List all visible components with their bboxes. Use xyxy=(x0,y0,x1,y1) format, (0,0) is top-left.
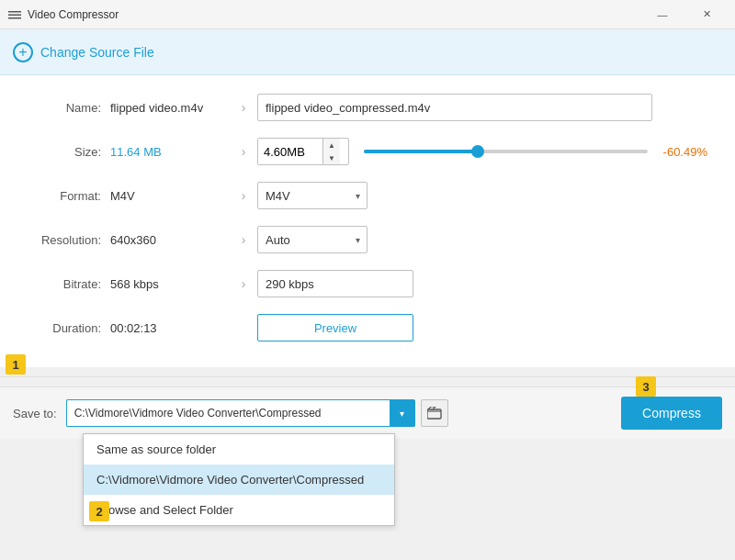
resolution-arrow-icon: › xyxy=(230,232,257,247)
spinner-buttons: ▲ ▼ xyxy=(322,139,340,164)
main-content: Name: flipped video.m4v › Size: 11.64 MB… xyxy=(0,75,735,367)
name-label: Name: xyxy=(28,101,101,115)
format-control-area: M4V MP4 MOV AVI ▾ xyxy=(257,182,707,209)
title-bar: Video Compressor — ✕ xyxy=(0,0,735,29)
duration-control-area: Preview xyxy=(257,314,707,342)
duration-label: Duration: xyxy=(28,321,101,335)
badge-1: 1 xyxy=(6,354,26,375)
resolution-source-value: 640x360 xyxy=(110,233,230,247)
size-control-area: ▲ ▼ -60.49% xyxy=(257,138,707,165)
dropdown-item-browse[interactable]: Browse and Select Folder xyxy=(84,495,394,525)
window-controls: — ✕ xyxy=(641,0,728,29)
compress-button[interactable]: Compress xyxy=(621,397,722,430)
save-path-dropdown-menu: Same as source folder C:\Vidmore\Vidmore… xyxy=(83,433,395,526)
svg-rect-1 xyxy=(8,14,21,16)
size-row: Size: 11.64 MB › ▲ ▼ -60.49% xyxy=(28,138,707,165)
dropdown-item-same-source[interactable]: Same as source folder xyxy=(84,434,394,465)
format-row: Format: M4V › M4V MP4 MOV AVI ▾ xyxy=(28,182,707,209)
size-percent: -60.49% xyxy=(657,145,707,159)
bitrate-arrow-icon: › xyxy=(230,276,257,291)
bitrate-source-value: 568 kbps xyxy=(110,277,230,291)
plus-icon: + xyxy=(13,42,33,62)
bitrate-control-area xyxy=(257,270,707,297)
size-slider-thumb[interactable] xyxy=(471,145,484,158)
resolution-select-wrap: Auto 1080p 720p 480p 360p ▾ xyxy=(257,226,368,253)
size-spinner[interactable]: ▲ ▼ xyxy=(257,138,349,165)
resolution-select[interactable]: Auto 1080p 720p 480p 360p xyxy=(257,226,368,253)
badge-2: 2 xyxy=(89,501,109,521)
resolution-label: Resolution: xyxy=(28,233,101,247)
format-arrow-icon: › xyxy=(230,188,257,203)
size-input[interactable] xyxy=(258,139,322,164)
folder-button[interactable] xyxy=(421,399,448,427)
format-label: Format: xyxy=(28,189,101,203)
duration-value: 00:02:13 xyxy=(110,321,230,335)
format-select-wrap: M4V MP4 MOV AVI ▾ xyxy=(257,182,368,209)
dropdown-item-compressed[interactable]: C:\Vidmore\Vidmore Video Converter\Compr… xyxy=(84,465,394,495)
name-row: Name: flipped video.m4v › xyxy=(28,94,707,121)
badge-3: 3 xyxy=(636,376,656,397)
save-path-dropdown-button[interactable]: ▾ xyxy=(390,399,415,427)
change-source-label: Change Source File xyxy=(40,45,154,60)
size-down-button[interactable]: ▼ xyxy=(323,151,340,164)
size-slider-wrap: -60.49% xyxy=(364,145,707,159)
bitrate-output-input[interactable] xyxy=(257,270,413,297)
name-source-value: flipped video.m4v xyxy=(110,101,230,115)
save-path-input[interactable] xyxy=(66,399,390,427)
save-path-wrap: ▾ xyxy=(66,399,415,427)
size-label: Size: xyxy=(28,145,101,159)
bitrate-label: Bitrate: xyxy=(28,277,101,291)
name-arrow-icon: › xyxy=(230,100,257,115)
svg-rect-0 xyxy=(8,11,21,13)
minimize-button[interactable]: — xyxy=(641,0,684,29)
size-up-button[interactable]: ▲ xyxy=(323,139,340,151)
resolution-control-area: Auto 1080p 720p 480p 360p ▾ xyxy=(257,226,707,253)
size-source-value: 11.64 MB xyxy=(110,145,230,159)
format-select[interactable]: M4V MP4 MOV AVI xyxy=(257,182,368,209)
size-slider-fill xyxy=(364,150,478,153)
name-control-area xyxy=(257,94,707,121)
toolbar: + Change Source File xyxy=(0,29,735,75)
format-source-value: M4V xyxy=(110,189,230,203)
resolution-row: Resolution: 640x360 › Auto 1080p 720p 48… xyxy=(28,226,707,253)
svg-rect-2 xyxy=(8,17,21,19)
app-icon xyxy=(7,7,22,22)
separator xyxy=(0,376,735,377)
preview-button[interactable]: Preview xyxy=(257,314,413,342)
size-slider-track[interactable] xyxy=(364,150,648,153)
app-title: Video Compressor xyxy=(28,8,641,21)
change-source-button[interactable]: + Change Source File xyxy=(13,42,154,62)
name-output-input[interactable] xyxy=(257,94,652,121)
duration-row: Duration: 00:02:13 Preview xyxy=(28,314,707,342)
size-arrow-icon: › xyxy=(230,144,257,159)
close-button[interactable]: ✕ xyxy=(685,0,728,29)
bottom-bar: 1 Save to: ▾ Compress 3 Same as source f… xyxy=(0,386,735,439)
save-to-label: Save to: xyxy=(13,407,57,420)
bitrate-row: Bitrate: 568 kbps › xyxy=(28,270,707,297)
